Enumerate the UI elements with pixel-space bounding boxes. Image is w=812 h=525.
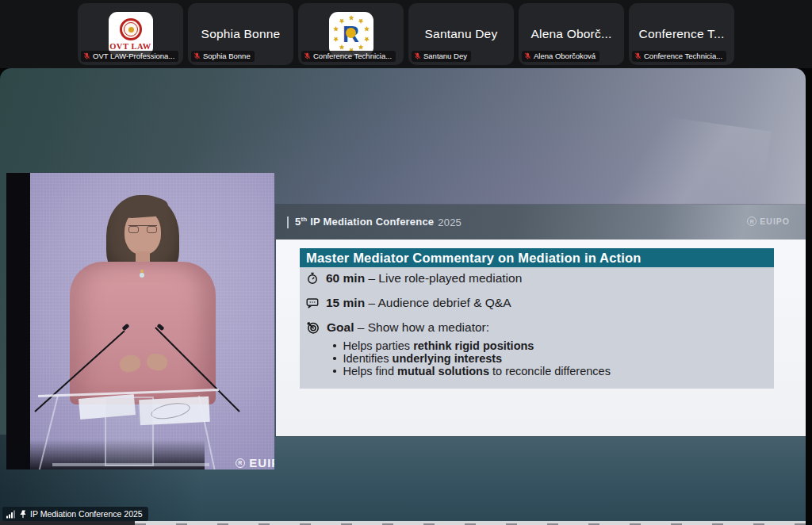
participant-name: Sophia Bonne [201, 27, 281, 41]
participant-tile-santanu-dey[interactable]: Santanu Dey Santanu Dey [408, 3, 514, 65]
euipo-logo: R [329, 12, 373, 56]
speaker-video: R EUIPO [6, 173, 274, 469]
slide-header-divider [287, 217, 289, 228]
slide-header-title: 5th IP Mediation Conference2025 [295, 216, 462, 228]
bottom-window-sliver-dark [0, 521, 135, 525]
target-icon [306, 321, 320, 335]
slide-body: Master Mediator Commentary on Mediation … [276, 240, 806, 436]
ovt-law-logo: OVT LAW [109, 12, 153, 56]
slide-row-text: 15 min – Audience debrief & Q&A [326, 296, 511, 310]
participant-name: Alena Oborč... [531, 27, 612, 41]
bullet-dot-icon [333, 344, 336, 347]
ovt-law-seal-icon [120, 18, 142, 40]
muted-mic-icon [193, 52, 201, 59]
muted-mic-icon [414, 52, 421, 59]
registered-r-icon: R [236, 458, 245, 468]
euipo-header-logo: R EUIPO [747, 217, 790, 226]
slide-row-text: 60 min – Live role-played mediation [326, 271, 522, 285]
speaker-blouse [70, 262, 216, 404]
participant-label-text: Santanu Dey [423, 52, 467, 60]
main-stage-video: 5th IP Mediation Conference2025 R EUIPO … [0, 68, 812, 525]
slide-box-body: 60 min – Live role-played mediation 15 m… [300, 267, 774, 389]
led-logo-text: EUIPO [249, 456, 274, 469]
participant-label: Alena Oborčoková [522, 51, 599, 62]
slide-row-duration: 60 min – Live role-played mediation [306, 271, 766, 285]
participant-tile-conference-technician-1[interactable]: R Conference Technicia... [298, 3, 404, 65]
podium-base [52, 463, 209, 466]
participant-tile-alena-oborcokova[interactable]: Alena Oborč... Alena Oborčoková [519, 3, 624, 65]
registered-r-icon: R [747, 217, 756, 226]
participant-label-text: Sophia Bonne [203, 52, 251, 60]
slide-row-debrief: 15 min – Audience debrief & Q&A [306, 296, 766, 310]
euipo-wordmark: EUIPO [760, 217, 790, 226]
slide-projection-screen: 5th IP Mediation Conference2025 R EUIPO … [276, 205, 806, 436]
participant-label: Santanu Dey [412, 51, 471, 62]
slide-content-box: Master Mediator Commentary on Mediation … [300, 248, 774, 389]
pinned-video-badge-text: IP Mediation Conference 2025 [30, 509, 143, 519]
muted-mic-icon [524, 52, 531, 59]
participant-name: Santanu Dey [425, 27, 498, 41]
participant-label: OVT LAW-Professiona... [81, 51, 178, 62]
pinned-video-badge[interactable]: IP Mediation Conference 2025 [2, 507, 148, 521]
goal-bullet: Helps parties rethink rigid positions [333, 339, 766, 352]
participant-name: Conference T... [639, 27, 725, 41]
participant-tile-sophia-bonne[interactable]: Sophia Bonne Sophia Bonne [188, 3, 293, 65]
bullet-dot-icon [333, 357, 336, 360]
stage-video-frame: 5th IP Mediation Conference2025 R EUIPO … [0, 68, 806, 525]
slide-box-title: Master Mediator Commentary on Mediation … [300, 248, 774, 267]
ovt-law-logo-text: OVT LAW [109, 42, 151, 51]
participant-label-text: OVT LAW-Professiona... [93, 52, 174, 60]
slide-row-goal: Goal – Show how a mediator: [306, 320, 766, 335]
speaker-glasses [128, 225, 157, 232]
participant-label-text: Conference Technicia... [313, 52, 392, 60]
slide-row-text: Goal – Show how a mediator: [327, 320, 489, 335]
participants-strip: OVT LAW OVT LAW-Professiona... Sophia Bo… [0, 0, 812, 68]
led-screen-euipo-logo: R EUIPO [236, 456, 274, 469]
participant-label: Sophia Bonne [191, 51, 255, 62]
goal-bullet: Helps find mutual solutions to reconcile… [333, 365, 766, 377]
muted-mic-icon [634, 52, 642, 59]
speaker-necklace [140, 273, 144, 278]
slide-goal-bullets: Helps parties rethink rigid positions Id… [333, 339, 766, 377]
participant-label-text: Conference Technicia... [644, 52, 722, 60]
slide-header-band: 5th IP Mediation Conference2025 R EUIPO [276, 205, 806, 240]
euipo-gold-dot-icon [346, 28, 356, 38]
participant-label: Conference Technicia... [632, 51, 726, 62]
muted-mic-icon [304, 52, 311, 59]
speech-bubble-icon [306, 297, 319, 309]
stopwatch-icon [306, 272, 319, 285]
participant-tile-conference-technician-2[interactable]: Conference T... Conference Technicia... [629, 3, 734, 65]
bottom-window-sliver [135, 521, 806, 525]
participant-label-text: Alena Oborčoková [534, 52, 596, 60]
bullet-dot-icon [333, 370, 336, 373]
podium-front-panel [105, 397, 154, 466]
pin-icon [19, 510, 27, 519]
signal-bars-icon [6, 510, 16, 519]
goal-bullet: Identifies underlying interests [333, 352, 766, 365]
muted-mic-icon [83, 52, 90, 59]
participant-label: Conference Technicia... [301, 51, 396, 62]
stage-left-black-strip [6, 173, 30, 469]
participant-tile-ovt-law[interactable]: OVT LAW OVT LAW-Professiona... [78, 3, 183, 65]
